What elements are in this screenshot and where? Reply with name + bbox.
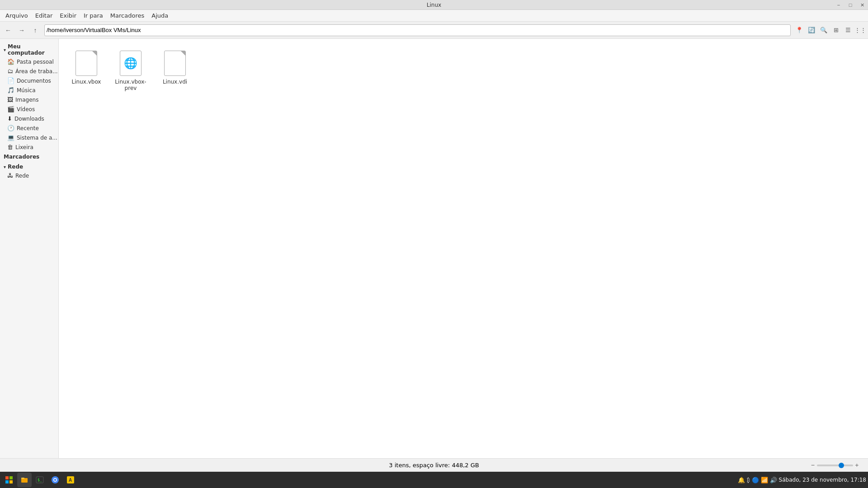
sidebar-item-downloads[interactable]: ⬇ Downloads: [0, 114, 58, 123]
menu-ajuda[interactable]: Ajuda: [148, 11, 172, 20]
documents-icon: 📄: [7, 77, 14, 84]
address-bar[interactable]: [47, 27, 788, 33]
file-icon-linux-vbox-prev: 🌐: [120, 51, 142, 76]
statusbar-text: 3 itens, espaço livre: 448,2 GB: [389, 462, 479, 469]
menu-arquivo[interactable]: Arquivo: [2, 11, 32, 20]
sidebar-item-sistema[interactable]: 💻 Sistema de a...: [0, 133, 58, 142]
zoom-slider[interactable]: [817, 465, 853, 466]
taskbar-time: Sábado, 23 de novembro, 17:18: [779, 477, 866, 483]
music-icon: 🎵: [7, 87, 14, 94]
taskbar-terminal-button[interactable]: $_: [33, 473, 47, 487]
sidebar-label-musica: Música: [17, 87, 36, 94]
taskbar-start-button[interactable]: [2, 473, 16, 487]
sidebar-section-marcadores: Marcadores: [0, 152, 58, 161]
menubar: Arquivo Editar Exibir Ir para Marcadores…: [0, 10, 868, 22]
sidebar-item-videos[interactable]: 🎬 Vídeos: [0, 104, 58, 114]
svg-text:A: A: [69, 478, 72, 483]
file-label-linux-vdi: Linux.vdi: [163, 79, 187, 85]
taskbar-left: $_ A: [2, 473, 78, 487]
statusbar: 3 itens, espaço livre: 448,2 GB − +: [0, 458, 868, 472]
file-label-linux-vbox-prev: Linux.vbox-prev: [112, 79, 149, 91]
images-icon: 🖼: [7, 96, 13, 103]
forward-button[interactable]: →: [15, 24, 28, 37]
toolbar: ← → ↑ 📍 🔄 🔍 ⊞ ☰ ⋮⋮: [0, 22, 868, 39]
downloads-icon: ⬇: [7, 115, 12, 122]
network-icon: 🖧: [7, 172, 13, 179]
trash-icon: 🗑: [7, 144, 13, 150]
taskbar-app-button[interactable]: A: [63, 473, 78, 487]
close-button[interactable]: ✕: [856, 0, 868, 10]
file-icon-linux-vbox: [75, 51, 97, 76]
sidebar-section-rede[interactable]: ▾ Rede: [0, 161, 58, 171]
file-linux-vbox-prev[interactable]: 🌐 Linux.vbox-prev: [110, 46, 151, 95]
back-button[interactable]: ←: [2, 24, 14, 37]
zoom-controls: − +: [811, 462, 859, 468]
search-button[interactable]: 🔍: [818, 24, 830, 36]
home-icon: 🏠: [7, 58, 14, 65]
bluetooth2-icon[interactable]: 🔵: [752, 477, 759, 483]
up-button[interactable]: ↑: [29, 24, 42, 37]
menu-marcadores[interactable]: Marcadores: [107, 11, 148, 20]
volume-icon[interactable]: 🔊: [770, 477, 777, 483]
zoom-thumb[interactable]: [839, 463, 844, 468]
taskbar-file-manager-button[interactable]: [17, 473, 32, 487]
notification-icon[interactable]: 🔔: [738, 477, 745, 483]
window-title: Linux: [427, 2, 441, 8]
file-icon-linux-vbox-wrapper: [73, 50, 100, 77]
sidebar-label-recente: Recente: [17, 125, 39, 131]
sidebar-label-sistema: Sistema de a...: [17, 135, 57, 141]
sidebar-label-downloads: Downloads: [14, 116, 44, 122]
sidebar-item-musica[interactable]: 🎵 Música: [0, 85, 58, 95]
globe-icon: 🌐: [124, 57, 137, 70]
svg-rect-5: [21, 478, 24, 479]
file-icon-linux-vbox-prev-wrapper: 🌐: [117, 50, 144, 77]
window-controls: − □ ✕: [833, 0, 868, 10]
sidebar-item-imagens[interactable]: 🖼 Imagens: [0, 95, 58, 104]
view-compact-button[interactable]: ⋮⋮: [854, 24, 866, 36]
sidebar-section-meu-computador[interactable]: ▾ Meu computador: [0, 41, 58, 57]
titlebar: Linux − □ ✕: [0, 0, 868, 10]
file-linux-vdi[interactable]: Linux.vdi: [155, 46, 195, 95]
content-area: Linux.vbox 🌐 Linux.vbox-prev Linux.vdi: [59, 39, 868, 458]
file-label-linux-vbox: Linux.vbox: [72, 79, 101, 85]
wifi-icon[interactable]: 📶: [761, 477, 768, 483]
videos-icon: 🎬: [7, 106, 14, 113]
file-linux-vbox[interactable]: Linux.vbox: [66, 46, 107, 95]
rede-expand-arrow: ▾: [4, 164, 6, 169]
view-list-button[interactable]: ☰: [842, 24, 854, 36]
svg-rect-1: [9, 476, 13, 479]
sidebar-item-rede[interactable]: 🖧 Rede: [0, 171, 58, 180]
view-icons-button[interactable]: ⊞: [830, 24, 842, 36]
taskbar-right: 🔔 ₿ 🔵 📶 🔊 Sábado, 23 de novembro, 17:18: [738, 477, 866, 483]
minimize-button[interactable]: −: [833, 0, 844, 10]
svg-point-10: [54, 479, 57, 481]
toolbar-right-buttons: 📍 🔄 🔍 ⊞ ☰ ⋮⋮: [793, 24, 866, 36]
bluetooth-icon[interactable]: ₿: [747, 477, 750, 483]
recent-icon: 🕐: [7, 125, 14, 131]
location-button[interactable]: 📍: [793, 24, 805, 36]
sidebar-item-lixeira[interactable]: 🗑 Lixeira: [0, 142, 58, 152]
svg-rect-2: [5, 480, 9, 483]
svg-rect-3: [9, 480, 13, 483]
rede-section-label: Rede: [8, 164, 23, 170]
sidebar-label-videos: Vídeos: [17, 106, 35, 113]
sidebar: ▾ Meu computador 🏠 Pasta pessoal 🗂 Área …: [0, 39, 59, 458]
system-icon: 💻: [7, 134, 14, 141]
restore-button[interactable]: □: [844, 0, 856, 10]
zoom-plus-icon[interactable]: +: [855, 462, 859, 468]
sidebar-item-recente[interactable]: 🕐 Recente: [0, 123, 58, 133]
menu-ir-para[interactable]: Ir para: [80, 11, 107, 20]
sidebar-item-area-de-trabalho[interactable]: 🗂 Área de traba...: [0, 66, 58, 76]
address-bar-container: [44, 24, 791, 36]
taskbar-chromium-button[interactable]: [48, 473, 62, 487]
sidebar-label-area-de-trabalho: Área de traba...: [15, 68, 58, 75]
taskbar: $_ A 🔔 ₿ 🔵 📶 🔊 Sábado, 23 de novembro, 1…: [0, 472, 868, 488]
sidebar-item-documentos[interactable]: 📄 Documentos: [0, 76, 58, 85]
menu-editar[interactable]: Editar: [32, 11, 57, 20]
menu-exibir[interactable]: Exibir: [56, 11, 80, 20]
desktop-icon: 🗂: [7, 68, 13, 75]
sidebar-item-pasta-pessoal[interactable]: 🏠 Pasta pessoal: [0, 57, 58, 66]
zoom-minus-icon[interactable]: −: [811, 462, 815, 468]
reload-button[interactable]: 🔄: [806, 24, 817, 36]
expand-arrow: ▾: [4, 47, 6, 52]
